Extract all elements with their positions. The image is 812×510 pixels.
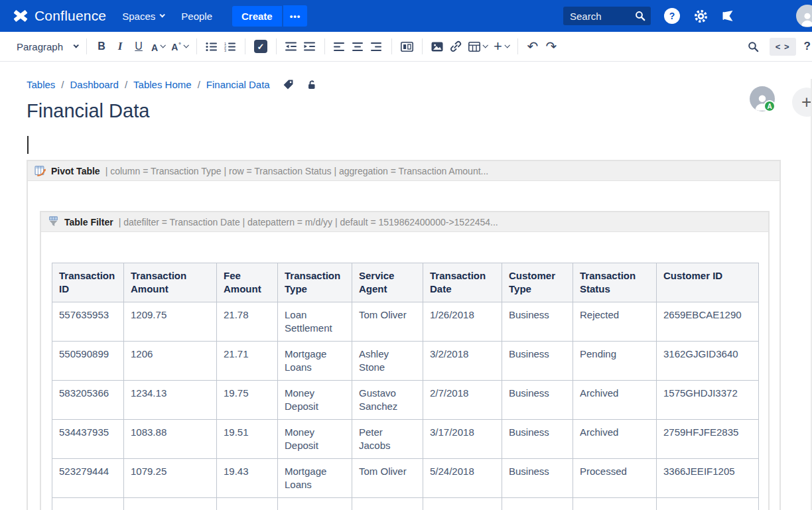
megaphone-icon[interactable] [722, 10, 735, 22]
table-cell[interactable]: 3162GJGID3640 [657, 342, 759, 381]
column-header[interactable]: Customer ID [657, 263, 759, 302]
table-cell[interactable]: 1/26/2018 [423, 302, 502, 342]
labels-button[interactable] [283, 79, 294, 90]
breadcrumb-link-tables-home[interactable]: Tables Home [133, 79, 192, 90]
table-cell[interactable]: 21.71 [217, 342, 278, 381]
table-cell[interactable]: Money Deposit [278, 381, 352, 420]
table-cell[interactable]: 534437935 [52, 420, 124, 459]
align-center-button[interactable] [349, 36, 368, 57]
table-cell[interactable]: Loan Settlement [278, 302, 352, 342]
table-cell[interactable]: 1079.25 [124, 459, 217, 498]
column-header[interactable]: Fee Amount [217, 263, 278, 302]
column-header[interactable]: Transaction Amount [124, 263, 217, 302]
table-cell[interactable]: Rejected [573, 302, 657, 342]
create-button[interactable]: Create [232, 6, 282, 27]
table-cell[interactable]: Tom Oliver [352, 302, 423, 342]
italic-button[interactable]: I [111, 36, 129, 57]
table-cell[interactable]: 1209.75 [124, 302, 217, 342]
column-header[interactable]: Customer Type [502, 263, 573, 302]
outdent-button[interactable] [282, 36, 301, 57]
table-cell[interactable]: Business [502, 381, 573, 420]
column-header[interactable]: Transaction Status [573, 263, 657, 302]
table-cell[interactable] [124, 498, 217, 510]
table-cell[interactable]: 2659EBCAE1290 [657, 302, 759, 342]
align-right-button[interactable] [368, 36, 386, 57]
insert-table-dropdown[interactable] [465, 36, 490, 57]
table-cell[interactable]: Pending [573, 342, 657, 381]
underline-button[interactable]: U [129, 36, 148, 57]
table-cell[interactable] [657, 498, 759, 510]
settings-gear-icon[interactable] [693, 9, 709, 24]
table-cell[interactable]: 2/7/2018 [423, 381, 502, 420]
table-cell[interactable] [278, 498, 352, 510]
table-cell[interactable]: 19.51 [217, 420, 278, 459]
table-cell[interactable]: Business [502, 420, 573, 459]
indent-button[interactable] [301, 36, 319, 57]
table-cell[interactable]: Processed [573, 459, 657, 498]
table-cell[interactable]: 21.78 [217, 302, 278, 342]
table-cell[interactable]: Ashley Stone [352, 342, 423, 381]
breadcrumb-link-space[interactable]: Tables [27, 79, 55, 90]
table-cell[interactable]: 523279444 [52, 459, 124, 498]
table-cell[interactable]: 557635953 [52, 302, 124, 342]
nav-people[interactable]: People [181, 11, 212, 22]
table-cell[interactable]: 583205366 [52, 381, 124, 420]
character-format-dropdown[interactable]: A° [168, 36, 191, 57]
table-cell[interactable]: Gustavo Sanchez [352, 381, 423, 420]
table-cell[interactable]: 1575GHDJI3372 [657, 381, 759, 420]
column-header[interactable]: Transaction Date [423, 263, 502, 302]
help-icon[interactable]: ? [664, 8, 680, 24]
table-cell[interactable]: Archived [573, 381, 657, 420]
table-cell[interactable] [352, 498, 423, 510]
bold-button[interactable]: B [92, 36, 111, 57]
numbered-list-button[interactable]: 123 [221, 36, 239, 57]
column-header[interactable]: Transaction ID [52, 263, 124, 302]
pivot-table-macro-header[interactable]: Pivot Table | column = Transaction Type … [28, 161, 779, 181]
table-cell[interactable]: 2759HFJFE2835 [657, 420, 759, 459]
bullet-list-button[interactable] [202, 36, 221, 57]
table-cell[interactable] [217, 498, 278, 510]
insert-more-dropdown[interactable]: + [490, 36, 512, 57]
create-more-menu-button[interactable]: ••• [283, 5, 308, 27]
redo-button[interactable]: ↷ [542, 36, 561, 57]
table-cell[interactable]: Business [502, 302, 573, 342]
column-header[interactable]: Service Agent [352, 263, 423, 302]
restrictions-button[interactable] [306, 80, 317, 90]
table-cell[interactable] [52, 498, 124, 510]
insert-image-button[interactable] [428, 36, 446, 57]
table-cell[interactable]: Archived [573, 420, 657, 459]
page-title[interactable]: Financial Data [27, 100, 812, 122]
search-icon[interactable] [635, 11, 645, 21]
confluence-logo[interactable]: Confluence [12, 7, 106, 25]
navbar-avatar[interactable] [796, 5, 812, 27]
table-cell[interactable]: 1083.88 [124, 420, 217, 459]
text-color-dropdown[interactable]: A [148, 36, 168, 57]
table-cell[interactable]: 3366JEEIF1205 [657, 459, 759, 498]
search-box[interactable] [563, 7, 651, 25]
undo-button[interactable]: ↶ [523, 36, 542, 57]
table-cell[interactable] [423, 498, 502, 510]
align-left-button[interactable] [330, 36, 349, 57]
source-editor-button[interactable]: < > [770, 38, 796, 56]
table-cell[interactable]: 1234.13 [124, 381, 217, 420]
task-list-button[interactable]: ✓ [251, 36, 271, 57]
insert-link-button[interactable] [446, 36, 465, 57]
table-cell[interactable] [573, 498, 657, 510]
table-cell[interactable]: 19.43 [217, 459, 278, 498]
table-cell[interactable]: Business [502, 342, 573, 381]
table-cell[interactable]: 3/17/2018 [423, 420, 502, 459]
breadcrumb-link-dashboard[interactable]: Dashboard [70, 79, 119, 90]
table-cell[interactable]: Money Deposit [278, 420, 352, 459]
contributor-avatar[interactable]: A [750, 86, 775, 111]
table-filter-macro-header[interactable]: Table Filter | datefilter = Transaction … [41, 212, 768, 232]
table-cell[interactable]: Mortgage Loans [278, 459, 352, 498]
paragraph-style-dropdown[interactable]: Paragraph [13, 36, 81, 57]
table-cell[interactable]: Peter Jacobs [352, 420, 423, 459]
nav-spaces[interactable]: Spaces [122, 11, 164, 22]
table-cell[interactable]: 5/24/2018 [423, 459, 502, 498]
table-cell[interactable]: Business [502, 459, 573, 498]
table-cell[interactable]: Tom Oliver [352, 459, 423, 498]
table-cell[interactable]: Mortgage Loans [278, 342, 352, 381]
column-header[interactable]: Transaction Type [278, 263, 352, 302]
table-cell[interactable]: 19.75 [217, 381, 278, 420]
